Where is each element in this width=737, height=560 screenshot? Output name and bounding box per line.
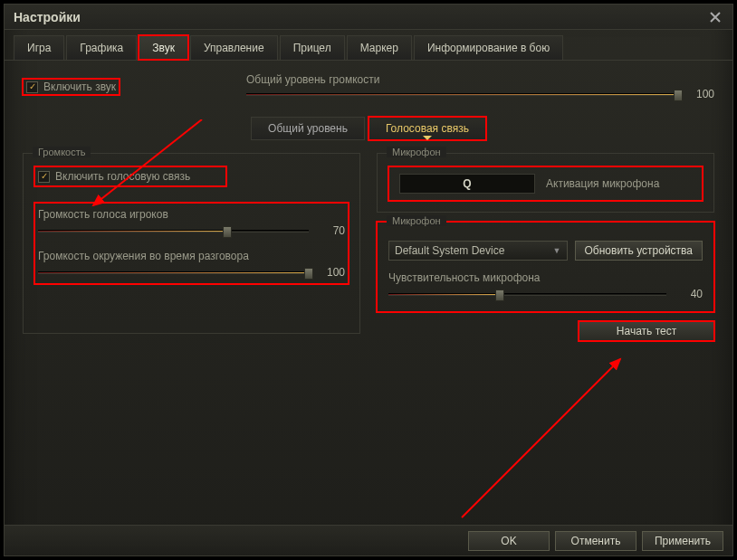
- master-volume-value: 100: [687, 88, 714, 100]
- mic-keybind-fieldset: Микрофон Q Активация микрофона: [377, 153, 714, 213]
- tab-sound[interactable]: Звук: [139, 35, 188, 60]
- settings-window: Настройки Игра Графика Звук Управление П…: [4, 4, 733, 556]
- refresh-devices-button[interactable]: Обновить устройства: [575, 241, 704, 261]
- mic-device-value: Default System Device: [395, 244, 504, 257]
- tab-battle-info[interactable]: Информирование в бою: [414, 35, 563, 60]
- checkbox-icon: [26, 81, 38, 93]
- tab-marker[interactable]: Маркер: [347, 35, 412, 60]
- enable-sound-checkbox[interactable]: Включить звук: [23, 79, 120, 95]
- mic-device-fieldset-title: Микрофон: [387, 215, 446, 226]
- ambient-volume-slider[interactable]: [38, 271, 309, 274]
- tab-controls[interactable]: Управление: [190, 35, 278, 60]
- window-title: Настройки: [14, 10, 81, 24]
- voice-volume-slider[interactable]: [38, 230, 309, 233]
- mic-device-fieldset: Микрофон Default System Device ▼ Обновит…: [377, 222, 714, 312]
- sub-tabs: Общий уровень Голосовая связь: [23, 117, 714, 140]
- mic-device-dropdown[interactable]: Default System Device ▼: [388, 241, 568, 261]
- ambient-volume-value: 100: [318, 266, 345, 279]
- checkbox-icon: [38, 171, 50, 183]
- enable-voice-checkbox[interactable]: Включить голосовую связь: [34, 166, 226, 186]
- tab-reticle[interactable]: Прицел: [280, 35, 345, 60]
- mic-keybind-input[interactable]: Q: [399, 174, 535, 194]
- master-volume-slider[interactable]: [246, 93, 678, 96]
- voice-volume-label: Громкость голоса игроков: [38, 208, 345, 221]
- content-area: Включить звук Общий уровень громкости 10…: [5, 61, 732, 531]
- tab-game[interactable]: Игра: [14, 35, 64, 60]
- master-volume-label: Общий уровень громкости: [246, 73, 714, 86]
- subtab-voice[interactable]: Голосовая связь: [368, 117, 486, 140]
- mic-sensitivity-value: 40: [675, 288, 703, 300]
- dialog-footer: OK Отменить Применить: [5, 525, 732, 555]
- ambient-volume-label: Громкость окружения во время разговора: [38, 250, 345, 262]
- cancel-button[interactable]: Отменить: [555, 531, 636, 551]
- enable-voice-label: Включить голосовую связь: [55, 170, 190, 183]
- mic-fieldset-title: Микрофон: [387, 147, 446, 157]
- subtab-general[interactable]: Общий уровень: [251, 117, 365, 140]
- mic-keybind-row: Q Активация микрофона: [388, 166, 703, 201]
- main-tabs: Игра Графика Звук Управление Прицел Марк…: [5, 30, 732, 61]
- svg-line-1: [462, 359, 620, 517]
- chevron-down-icon: ▼: [553, 246, 561, 255]
- start-test-button[interactable]: Начать тест: [579, 321, 714, 341]
- close-icon[interactable]: [707, 9, 723, 25]
- apply-button[interactable]: Применить: [642, 531, 723, 551]
- mic-keybind-label: Активация микрофона: [546, 177, 659, 190]
- volume-fieldset: Громкость Включить голосовую связь Громк…: [23, 153, 360, 334]
- tab-graphics[interactable]: Графика: [66, 35, 137, 60]
- ok-button[interactable]: OK: [468, 531, 550, 551]
- titlebar: Настройки: [5, 5, 732, 30]
- mic-sensitivity-slider[interactable]: [388, 293, 666, 296]
- volume-fieldset-title: Громкость: [33, 147, 91, 157]
- master-volume-block: Общий уровень громкости 100: [246, 73, 714, 100]
- voice-volume-value: 70: [318, 224, 345, 237]
- enable-sound-label: Включить звук: [43, 81, 116, 93]
- mic-sensitivity-label: Чувствительность микрофона: [388, 271, 703, 284]
